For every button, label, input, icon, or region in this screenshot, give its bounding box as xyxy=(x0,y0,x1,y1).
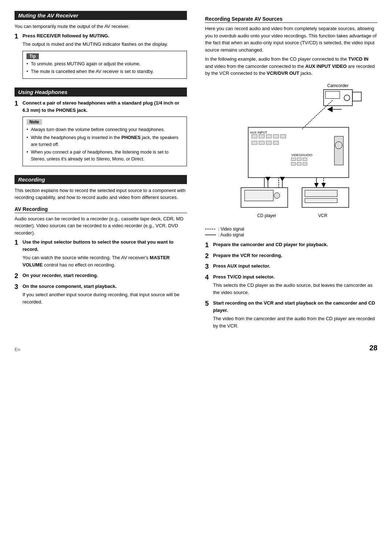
recording-step1: 1 Use the input selector buttons to sele… xyxy=(15,239,187,270)
audio-signal-label: : Audio signal xyxy=(218,232,244,237)
section-recording-header: Recording xyxy=(15,175,187,184)
sep-step4: 4 Press TV/CD input selector. This selec… xyxy=(205,273,377,298)
recording-intro: This section explains how to record the … xyxy=(15,187,187,201)
muting-step1-body: The output is muted and the MUTING indic… xyxy=(23,41,187,48)
svg-text:VIDEO/AUDIO: VIDEO/AUDIO xyxy=(291,153,313,156)
recording-step1-body: You can watch the source while recording… xyxy=(23,254,187,268)
sep-step3-title: Press AUX input selector. xyxy=(213,262,377,270)
page-footer: En 28 xyxy=(15,344,377,352)
sep-step-num-1: 1 xyxy=(205,241,211,250)
muting-step1: 1 Press RECEIVER followed by MUTING. The… xyxy=(15,32,187,82)
note-item-3: When you connect a pair of headphones, t… xyxy=(26,149,183,163)
svg-rect-23 xyxy=(297,162,301,165)
tip-box: Tip To unmute, press MUTING again or adj… xyxy=(23,51,187,79)
sep-step3: 3 Press AUX input selector. xyxy=(205,262,377,271)
svg-point-34 xyxy=(274,192,280,198)
recording-separate-intro1: Here you can record audio and video from… xyxy=(205,25,377,53)
svg-rect-10 xyxy=(259,134,264,138)
recording-step1-title: Use the input selector buttons to select… xyxy=(23,239,187,253)
av-recording-intro: Audio sources can be recorded to a recor… xyxy=(15,215,187,237)
note-item-2: While the headphones plug is inserted in… xyxy=(26,134,183,148)
sep-step4-body: This selects the CD player as the audio … xyxy=(213,282,377,296)
video-signal-label: : Video signal xyxy=(218,227,244,232)
svg-rect-11 xyxy=(266,134,271,138)
svg-text:Camcorder: Camcorder xyxy=(327,83,348,88)
step-number-3b: 2 xyxy=(15,272,20,281)
recording-step3-body: If you select another input source durin… xyxy=(23,291,187,305)
note-item-1: Always turn down the volume before conne… xyxy=(26,126,183,133)
svg-marker-45 xyxy=(322,183,326,188)
svg-rect-16 xyxy=(266,141,271,144)
sep-step-num-2: 2 xyxy=(205,252,211,261)
section-headphones-header: Using Headphones xyxy=(15,87,187,97)
note-box: Note Always turn down the volume before … xyxy=(23,117,187,166)
headphones-step1-title: Connect a pair of stereo headphones with… xyxy=(23,99,187,114)
tip-label: Tip xyxy=(26,53,39,59)
svg-rect-33 xyxy=(245,190,273,201)
tip-list: To unmute, press MUTING again or adjust … xyxy=(26,61,183,76)
svg-rect-38 xyxy=(305,198,337,203)
left-column: Muting the AV Receiver You can temporari… xyxy=(15,11,191,333)
svg-rect-4 xyxy=(326,91,340,98)
svg-marker-5 xyxy=(327,106,332,112)
recording-step3-title: On the source component, start playback. xyxy=(23,283,187,290)
svg-rect-15 xyxy=(259,141,264,144)
sep-step-num-4: 4 xyxy=(205,273,211,298)
recording-step2: 2 On your recorder, start recording. xyxy=(15,272,187,281)
svg-rect-9 xyxy=(252,134,257,138)
av-recording-header: AV Recording xyxy=(15,206,187,213)
svg-rect-19 xyxy=(291,158,296,160)
sep-step5-body: The video from the camcorder and the aud… xyxy=(213,315,377,329)
svg-rect-20 xyxy=(297,158,301,160)
svg-rect-2 xyxy=(352,92,362,101)
svg-rect-12 xyxy=(273,134,279,138)
svg-rect-37 xyxy=(305,190,337,196)
sep-step-num-3: 3 xyxy=(205,262,211,271)
diagram-legend: : Video signal : Audio signal xyxy=(205,227,377,237)
sep-step2-title: Prepare the VCR for recording. xyxy=(213,252,377,259)
sep-step5-title: Start recording on the VCR and start pla… xyxy=(213,300,377,314)
en-label: En xyxy=(15,347,20,352)
diagram-svg: Camcorder AUX INPUT xyxy=(205,81,377,224)
headphones-step1: 1 Connect a pair of stereo headphones wi… xyxy=(15,99,187,169)
right-column: Recording Separate AV Sources Here you c… xyxy=(201,11,377,333)
svg-point-3 xyxy=(344,95,350,101)
sep-step1-title: Prepare the camcorder and CD player for … xyxy=(213,241,377,248)
svg-text:AUX INPUT: AUX INPUT xyxy=(250,131,268,134)
section-muting-header: Muting the AV Receiver xyxy=(15,11,187,20)
recording-separate-header: Recording Separate AV Sources xyxy=(205,16,377,23)
muting-intro: You can temporarily mute the output of t… xyxy=(15,23,187,30)
step-number-3a: 1 xyxy=(15,239,20,270)
svg-text:CD player: CD player xyxy=(257,213,276,218)
svg-rect-21 xyxy=(303,158,307,160)
page-number: 28 xyxy=(369,344,377,352)
svg-rect-17 xyxy=(273,141,279,144)
note-label: Note xyxy=(26,119,42,125)
recording-step3: 3 On the source component, start playbac… xyxy=(15,283,187,307)
svg-text:VCR: VCR xyxy=(318,213,327,218)
recording-step2-title: On your recorder, start recording. xyxy=(23,272,187,279)
step-number-3c: 3 xyxy=(15,283,20,307)
step-number-1a: 1 xyxy=(15,32,20,82)
note-list: Always turn down the volume before conne… xyxy=(26,126,183,163)
svg-rect-25 xyxy=(334,136,343,165)
step-number-2a: 1 xyxy=(15,99,20,169)
svg-rect-14 xyxy=(252,141,257,144)
diagram-area: Camcorder AUX INPUT xyxy=(205,81,377,238)
sep-step1: 1 Prepare the camcorder and CD player fo… xyxy=(205,241,377,250)
recording-separate-intro2: In the following example, audio from the… xyxy=(205,56,377,77)
svg-rect-13 xyxy=(281,134,286,138)
sep-step2: 2 Prepare the VCR for recording. xyxy=(205,252,377,261)
svg-marker-44 xyxy=(314,183,319,188)
muting-step1-title: Press RECEIVER followed by MUTING. xyxy=(23,32,187,40)
svg-rect-1 xyxy=(324,89,352,106)
sep-step4-title: Press TV/CD input selector. xyxy=(213,273,377,281)
tip-item-1: To unmute, press MUTING again or adjust … xyxy=(26,61,183,68)
sep-step5: 5 Start recording on the VCR and start p… xyxy=(205,300,377,331)
tip-item-2: The mute is cancelled when the AV receiv… xyxy=(26,68,183,75)
svg-rect-22 xyxy=(291,162,296,165)
sep-step-num-5: 5 xyxy=(205,300,211,331)
svg-rect-24 xyxy=(303,162,307,165)
svg-line-39 xyxy=(302,100,332,129)
